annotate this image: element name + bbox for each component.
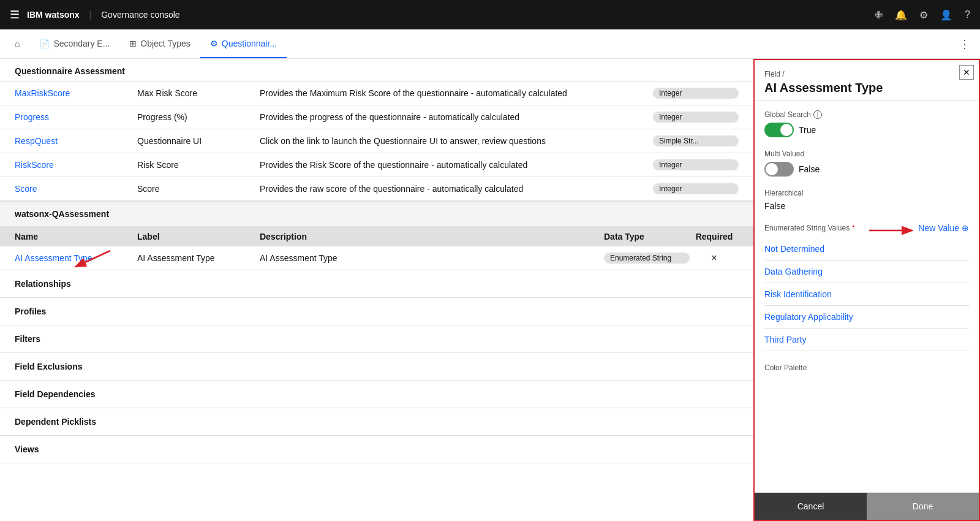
user-icon[interactable]: 👤 (940, 9, 952, 21)
enum-section-header: Enumerated String Values * (764, 223, 969, 233)
new-value-button[interactable]: New Value ⊕ (918, 223, 969, 233)
filters-section[interactable]: Filters (0, 325, 753, 353)
panel-header: Field / AI Assessment Type ✕ (755, 60, 979, 101)
panel-footer: Cancel Done (755, 492, 979, 520)
toggle-knob (766, 163, 778, 175)
settings-icon[interactable]: ⚙ (919, 9, 928, 21)
grid-icon: ⊞ (129, 39, 137, 48)
global-search-label: Global Search (764, 110, 811, 119)
views-section[interactable]: Views (0, 436, 753, 463)
color-palette-label: Color Palette (764, 363, 807, 372)
multi-valued-value: False (799, 164, 820, 174)
enum-value-not-determined[interactable]: Not Determined (764, 238, 969, 260)
color-palette-field: Color Palette (764, 363, 969, 372)
tab-secondary[interactable]: 📄 Secondary E... (29, 29, 119, 58)
right-panel: Field / AI Assessment Type ✕ Global Sear… (753, 59, 980, 521)
panel-close-button[interactable]: ✕ (959, 65, 974, 80)
done-button[interactable]: Done (867, 493, 979, 520)
multi-valued-toggle[interactable] (764, 162, 794, 177)
multi-valued-field: Multi Valued False (764, 150, 969, 177)
field-dependencies-section[interactable]: Field Dependencies (0, 381, 753, 408)
global-search-field: Global Search i True (764, 110, 969, 137)
cancel-button[interactable]: Cancel (755, 493, 867, 520)
add-icon[interactable]: ✙ (875, 9, 883, 21)
field-description: Provides the raw score of the questionna… (260, 184, 653, 194)
field-desc-ai: AI Assessment Type (260, 253, 604, 263)
multi-valued-toggle-container: False (764, 162, 969, 177)
table-row: Progress Progress (%) Provides the progr… (0, 105, 753, 129)
field-label: Risk Score (137, 160, 260, 170)
field-link-riskscore[interactable]: RiskScore (15, 160, 137, 170)
col-data-type: Data Type (604, 232, 690, 241)
more-tabs-icon[interactable]: ⋮ (954, 37, 975, 51)
panel-title: AI Assessment Type (764, 81, 969, 95)
field-type-badge: Integer (653, 183, 739, 194)
panel-body: Global Search i True Multi Valued (755, 101, 979, 492)
global-search-value: True (799, 125, 816, 135)
table-row-ai-assessment: AI Assessment Type AI Assessment Type AI… (0, 246, 753, 270)
field-type-badge: Integer (653, 159, 739, 170)
hierarchical-value: False (764, 201, 969, 211)
panel-breadcrumb: Field / (764, 70, 969, 78)
app-title: Governance console (101, 10, 179, 20)
table-row: Score Score Provides the raw score of th… (0, 177, 753, 201)
field-description: Provides the Risk Score of the questionn… (260, 160, 653, 170)
home-icon: ⌂ (15, 39, 20, 48)
toggle-knob (780, 124, 793, 136)
field-label-ai: AI Assessment Type (137, 253, 260, 263)
hierarchical-field: Hierarchical False (764, 189, 969, 211)
hierarchical-label: Hierarchical (764, 189, 803, 197)
document-icon: 📄 (39, 39, 50, 48)
enum-value-risk-identification[interactable]: Risk Identification (764, 283, 969, 306)
tab-questionnaire[interactable]: ⚙ Questionnair... (200, 29, 287, 58)
field-label: Score (137, 184, 260, 194)
field-type-ai: Enumerated String (604, 253, 690, 264)
content-area: Questionnaire Assessment MaxRiskScore Ma… (0, 59, 753, 521)
col-label: Label (137, 232, 260, 241)
field-description: Provides the Maximum Risk Score of the q… (260, 88, 653, 98)
global-search-toggle[interactable] (764, 123, 794, 137)
field-link-progress[interactable]: Progress (15, 112, 137, 122)
global-search-toggle-container: True (764, 123, 969, 137)
field-type-badge: Simple Str... (653, 135, 739, 146)
table-row: MaxRiskScore Max Risk Score Provides the… (0, 82, 753, 105)
field-exclusions-section[interactable]: Field Exclusions (0, 353, 753, 381)
tab-home[interactable]: ⌂ (5, 29, 29, 58)
table-row: RespQuest Questionnaire UI Click on the … (0, 129, 753, 153)
field-link-ai-assessment[interactable]: AI Assessment Type (15, 253, 137, 263)
gear-icon: ⚙ (210, 39, 218, 48)
enum-label: Enumerated String Values (764, 224, 850, 232)
dependent-picklists-section[interactable]: Dependent Picklists (0, 408, 753, 436)
page-title: Questionnaire Assessment (0, 59, 753, 82)
table-row: RiskScore Risk Score Provides the Risk S… (0, 153, 753, 177)
field-label: Questionnaire UI (137, 136, 260, 146)
tab-object-types[interactable]: ⊞ Object Types (119, 29, 200, 58)
tab-bar: ⌂ 📄 Secondary E... ⊞ Object Types ⚙ Ques… (0, 29, 980, 59)
hamburger-icon[interactable]: ☰ (10, 8, 20, 21)
new-value-label: New Value (918, 223, 959, 233)
help-icon[interactable]: ? (965, 9, 970, 20)
col-description: Description (260, 232, 604, 241)
enum-value-data-gathering[interactable]: Data Gathering (764, 260, 969, 283)
fields-section: MaxRiskScore Max Risk Score Provides the… (0, 82, 753, 201)
field-description: Provides the progress of the questionnai… (260, 112, 653, 122)
field-link-respquest[interactable]: RespQuest (15, 136, 137, 146)
field-link-score[interactable]: Score (15, 184, 137, 194)
field-description: Click on the link to launch the Question… (260, 136, 653, 146)
col-required: Required (690, 232, 739, 241)
add-value-icon: ⊕ (962, 223, 969, 233)
field-type-badge: Integer (653, 88, 739, 99)
field-required-ai: × (690, 253, 739, 264)
field-link-maxriskscore[interactable]: MaxRiskScore (15, 88, 137, 98)
global-search-info-icon[interactable]: i (813, 110, 822, 119)
enum-value-regulatory[interactable]: Regulatory Applicability (764, 306, 969, 329)
relationships-section[interactable]: Relationships (0, 270, 753, 298)
notification-icon[interactable]: 🔔 (895, 9, 907, 21)
profiles-section[interactable]: Profiles (0, 298, 753, 325)
col-name: Name (15, 232, 137, 241)
field-label: Progress (%) (137, 112, 260, 122)
field-type-badge: Integer (653, 112, 739, 123)
enum-value-third-party[interactable]: Third Party (764, 329, 969, 351)
multi-valued-label: Multi Valued (764, 150, 804, 158)
top-navigation: ☰ IBM watsonx | Governance console ✙ 🔔 ⚙… (0, 0, 980, 29)
